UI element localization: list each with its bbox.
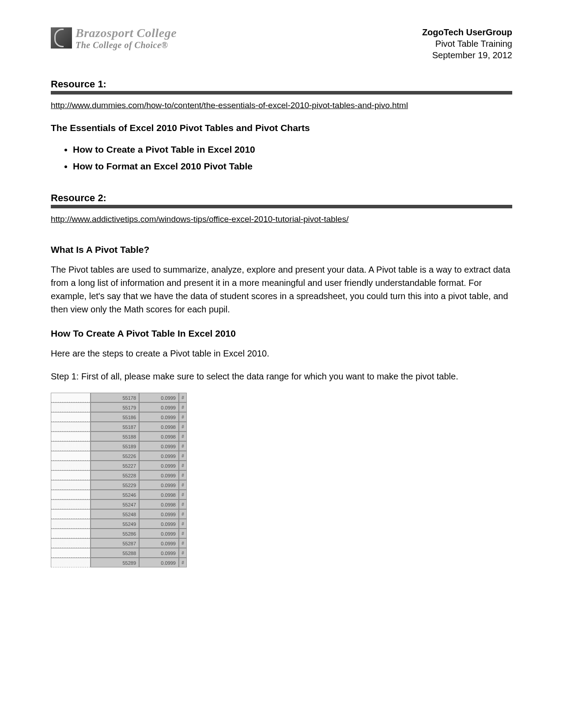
excel-cell-id: 55186 (91, 412, 139, 422)
excel-row: 552890.0999# (51, 558, 190, 567)
bullet-item: How to Format an Excel 2010 Pivot Table (73, 158, 512, 175)
excel-row: 552290.0999# (51, 480, 190, 490)
excel-cell-a (51, 558, 91, 567)
excel-row: 551870.0998# (51, 422, 190, 432)
excel-cell-a (51, 461, 91, 470)
excel-cell-overflow: # (179, 402, 187, 412)
divider (51, 205, 512, 208)
excel-cell-a (51, 393, 91, 402)
excel-cell-overflow: # (179, 412, 187, 422)
excel-cell-overflow: # (179, 441, 187, 451)
excel-row: 552480.0999# (51, 509, 190, 519)
excel-cell-value: 0.0999 (139, 519, 179, 529)
excel-cell-a (51, 490, 91, 499)
step-1-text: Step 1: First of all, please make sure t… (51, 370, 512, 383)
excel-cell-overflow: # (179, 509, 187, 519)
excel-cell-a (51, 402, 91, 412)
header-org: ZogoTech UserGroup (422, 26, 512, 38)
excel-cell-overflow: # (179, 470, 187, 480)
excel-cell-overflow: # (179, 499, 187, 509)
excel-cell-value: 0.0998 (139, 499, 179, 509)
excel-cell-overflow: # (179, 519, 187, 529)
excel-cell-overflow: # (179, 461, 187, 470)
excel-cell-value: 0.0999 (139, 393, 179, 402)
bullet-item: How to Create a Pivot Table in Excel 201… (73, 141, 512, 158)
excel-cell-value: 0.0999 (139, 451, 179, 461)
excel-cell-value: 0.0999 (139, 548, 179, 558)
excel-cell-a (51, 412, 91, 422)
excel-cell-value: 0.0999 (139, 538, 179, 548)
excel-cell-value: 0.0999 (139, 509, 179, 519)
excel-cell-a (51, 499, 91, 509)
excel-row: 551890.0999# (51, 441, 190, 451)
excel-cell-value: 0.0999 (139, 412, 179, 422)
logo-text: Brazosport College The College of Choice… (76, 26, 177, 50)
excel-row: 552870.0999# (51, 538, 190, 548)
resource-1-heading: Resource 1: (51, 79, 512, 90)
excel-cell-overflow: # (179, 538, 187, 548)
excel-cell-value: 0.0999 (139, 529, 179, 538)
document-page: Brazosport College The College of Choice… (0, 0, 563, 594)
excel-cell-value: 0.0999 (139, 558, 179, 567)
excel-cell-overflow: # (179, 422, 187, 432)
excel-row: 552280.0999# (51, 470, 190, 480)
resource-1-link[interactable]: http://www.dummies.com/how-to/content/th… (51, 101, 408, 110)
excel-row: 552460.0998# (51, 490, 190, 499)
excel-cell-id: 55287 (91, 538, 139, 548)
header-date: September 19, 2012 (422, 49, 512, 61)
excel-cell-a (51, 451, 91, 461)
steps-intro: Here are the steps to create a Pivot tab… (51, 347, 512, 360)
excel-cell-id: 55179 (91, 402, 139, 412)
excel-cell-value: 0.0998 (139, 432, 179, 441)
page-header: Brazosport College The College of Choice… (51, 26, 512, 61)
excel-cell-overflow: # (179, 480, 187, 490)
resource-2-link[interactable]: http://www.addictivetips.com/windows-tip… (51, 214, 348, 224)
excel-cell-a (51, 432, 91, 441)
excel-cell-overflow: # (179, 393, 187, 402)
header-title: Pivot Table Training (422, 38, 512, 49)
excel-cell-a (51, 441, 91, 451)
college-logo-icon (51, 27, 72, 49)
excel-cell-a (51, 509, 91, 519)
excel-cell-id: 55229 (91, 480, 139, 490)
header-right: ZogoTech UserGroup Pivot Table Training … (422, 26, 512, 61)
excel-cell-overflow: # (179, 490, 187, 499)
excel-cell-value: 0.0999 (139, 480, 179, 490)
excel-row: 551790.0999# (51, 402, 190, 412)
excel-cell-a (51, 422, 91, 432)
excel-cell-id: 55249 (91, 519, 139, 529)
excel-row: 551780.0999# (51, 393, 190, 402)
excel-cell-a (51, 470, 91, 480)
excel-cell-a (51, 548, 91, 558)
excel-cell-id: 55187 (91, 422, 139, 432)
resource-1-subheading: The Essentials of Excel 2010 Pivot Table… (51, 123, 512, 133)
excel-row: 552490.0999# (51, 519, 190, 529)
how-to-create-heading: How To Create A Pivot Table In Excel 201… (51, 328, 512, 339)
excel-cell-overflow: # (179, 558, 187, 567)
excel-cell-id: 55289 (91, 558, 139, 567)
excel-row: 551860.0999# (51, 412, 190, 422)
excel-cell-id: 55227 (91, 461, 139, 470)
excel-cell-value: 0.0999 (139, 402, 179, 412)
excel-cell-id: 55286 (91, 529, 139, 538)
excel-cell-a (51, 480, 91, 490)
excel-cell-value: 0.0998 (139, 490, 179, 499)
excel-cell-id: 55226 (91, 451, 139, 461)
excel-row: 552880.0999# (51, 548, 190, 558)
excel-cell-value: 0.0999 (139, 461, 179, 470)
excel-cell-value: 0.0999 (139, 441, 179, 451)
logo-line-2: The College of Choice® (76, 40, 177, 50)
pivot-description: The Pivot tables are used to summarize, … (51, 263, 512, 316)
excel-cell-value: 0.0999 (139, 470, 179, 480)
excel-cell-id: 55288 (91, 548, 139, 558)
excel-cell-id: 55188 (91, 432, 139, 441)
resource-1-bullets: How to Create a Pivot Table in Excel 201… (73, 141, 512, 175)
logo-area: Brazosport College The College of Choice… (51, 26, 177, 50)
excel-cell-a (51, 538, 91, 548)
divider (51, 91, 512, 94)
excel-cell-overflow: # (179, 432, 187, 441)
excel-row: 552260.0999# (51, 451, 190, 461)
excel-row: 552470.0998# (51, 499, 190, 509)
excel-row: 551880.0998# (51, 432, 190, 441)
excel-cell-id: 55228 (91, 470, 139, 480)
